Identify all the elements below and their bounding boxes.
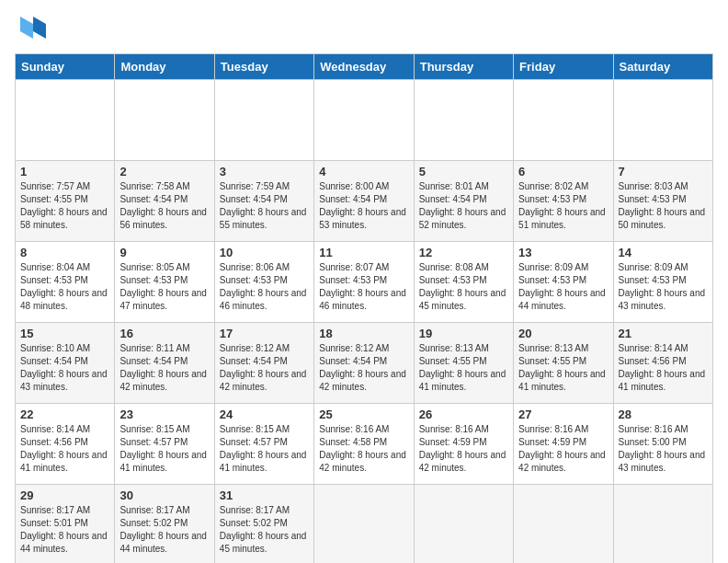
- day-number: 15: [20, 327, 109, 340]
- sunset-label: Sunset: 4:57 PM: [119, 437, 188, 447]
- day-number: 17: [220, 327, 309, 340]
- day-number: 19: [419, 327, 508, 340]
- day-number: 10: [220, 246, 309, 259]
- cell-details: Sunrise: 8:01 AM Sunset: 4:54 PM Dayligh…: [419, 180, 508, 232]
- cell-details: Sunrise: 8:09 AM Sunset: 4:53 PM Dayligh…: [518, 261, 608, 313]
- cell-details: Sunrise: 8:17 AM Sunset: 5:02 PM Dayligh…: [119, 504, 209, 556]
- day-number: 1: [20, 165, 109, 178]
- col-header-wednesday: Wednesday: [314, 54, 414, 80]
- sunrise-label: Sunrise: 7:58 AM: [119, 181, 189, 191]
- cell-details: Sunrise: 8:16 AM Sunset: 4:58 PM Dayligh…: [319, 423, 408, 475]
- calendar-cell: 5 Sunrise: 8:01 AM Sunset: 4:54 PM Dayli…: [414, 161, 513, 242]
- calendar-cell: 3 Sunrise: 7:59 AM Sunset: 4:54 PM Dayli…: [214, 161, 313, 242]
- daylight-label: Daylight: 8 hours and 44 minutes.: [119, 531, 207, 554]
- calendar-cell: 7 Sunrise: 8:03 AM Sunset: 4:53 PM Dayli…: [613, 161, 712, 242]
- day-number: 14: [619, 246, 708, 259]
- daylight-label: Daylight: 8 hours and 53 minutes.: [319, 207, 406, 230]
- cell-details: Sunrise: 8:07 AM Sunset: 4:53 PM Dayligh…: [319, 261, 408, 313]
- sunrise-label: Sunrise: 8:14 AM: [20, 424, 90, 434]
- sunrise-label: Sunrise: 8:15 AM: [119, 424, 189, 434]
- daylight-label: Daylight: 8 hours and 42 minutes.: [419, 450, 506, 473]
- daylight-label: Daylight: 8 hours and 42 minutes.: [319, 369, 406, 392]
- calendar-week-row: 1 Sunrise: 7:57 AM Sunset: 4:55 PM Dayli…: [16, 161, 713, 242]
- cell-details: Sunrise: 8:06 AM Sunset: 4:53 PM Dayligh…: [220, 261, 309, 313]
- sunrise-label: Sunrise: 8:01 AM: [419, 181, 489, 191]
- col-header-tuesday: Tuesday: [214, 54, 313, 80]
- col-header-thursday: Thursday: [414, 54, 513, 80]
- daylight-label: Daylight: 8 hours and 43 minutes.: [619, 288, 706, 311]
- calendar-cell: [16, 80, 115, 161]
- svg-marker-0: [33, 17, 46, 39]
- daylight-label: Daylight: 8 hours and 41 minutes.: [518, 369, 606, 392]
- sunset-label: Sunset: 4:56 PM: [20, 437, 88, 447]
- cell-details: Sunrise: 8:15 AM Sunset: 4:57 PM Dayligh…: [220, 423, 309, 475]
- day-number: 28: [619, 408, 708, 421]
- calendar-cell: 23 Sunrise: 8:15 AM Sunset: 4:57 PM Dayl…: [115, 404, 214, 485]
- sunset-label: Sunset: 4:53 PM: [220, 275, 288, 285]
- calendar-cell: 9 Sunrise: 8:05 AM Sunset: 4:53 PM Dayli…: [115, 242, 214, 323]
- calendar-cell: 25 Sunrise: 8:16 AM Sunset: 4:58 PM Dayl…: [314, 404, 414, 485]
- cell-details: Sunrise: 8:10 AM Sunset: 4:54 PM Dayligh…: [20, 342, 109, 394]
- sunset-label: Sunset: 4:53 PM: [619, 275, 687, 285]
- calendar-cell: 28 Sunrise: 8:16 AM Sunset: 5:00 PM Dayl…: [613, 404, 712, 485]
- sunset-label: Sunset: 4:59 PM: [419, 437, 487, 447]
- daylight-label: Daylight: 8 hours and 41 minutes.: [20, 450, 108, 473]
- sunset-label: Sunset: 4:54 PM: [20, 356, 88, 366]
- sunrise-label: Sunrise: 8:17 AM: [20, 505, 90, 515]
- daylight-label: Daylight: 8 hours and 42 minutes.: [119, 369, 207, 392]
- calendar-cell: [613, 80, 712, 161]
- daylight-label: Daylight: 8 hours and 43 minutes.: [619, 450, 706, 473]
- calendar-cell: 11 Sunrise: 8:07 AM Sunset: 4:53 PM Dayl…: [314, 242, 414, 323]
- sunrise-label: Sunrise: 8:16 AM: [419, 424, 489, 434]
- svg-marker-1: [20, 17, 33, 39]
- sunrise-label: Sunrise: 7:59 AM: [220, 181, 290, 191]
- cell-details: Sunrise: 8:14 AM Sunset: 4:56 PM Dayligh…: [20, 423, 109, 475]
- cell-details: Sunrise: 8:16 AM Sunset: 5:00 PM Dayligh…: [619, 423, 708, 475]
- day-number: 24: [220, 408, 309, 421]
- col-header-monday: Monday: [115, 54, 214, 80]
- calendar-cell: [314, 485, 414, 564]
- sunset-label: Sunset: 4:53 PM: [419, 275, 487, 285]
- sunset-label: Sunset: 4:54 PM: [419, 194, 487, 204]
- sunrise-label: Sunrise: 8:06 AM: [220, 262, 290, 272]
- sunrise-label: Sunrise: 8:00 AM: [319, 181, 389, 191]
- calendar-week-row: [16, 80, 713, 161]
- sunset-label: Sunset: 4:54 PM: [220, 194, 288, 204]
- calendar-cell: 16 Sunrise: 8:11 AM Sunset: 4:54 PM Dayl…: [115, 323, 214, 404]
- calendar-cell: [613, 485, 712, 564]
- sunset-label: Sunset: 5:02 PM: [119, 518, 188, 528]
- daylight-label: Daylight: 8 hours and 56 minutes.: [119, 207, 207, 230]
- day-number: 30: [119, 488, 209, 502]
- sunrise-label: Sunrise: 8:13 AM: [518, 343, 588, 353]
- day-number: 13: [518, 246, 608, 259]
- cell-details: Sunrise: 8:13 AM Sunset: 4:55 PM Dayligh…: [518, 342, 608, 394]
- day-number: 8: [20, 246, 109, 259]
- sunrise-label: Sunrise: 8:08 AM: [419, 262, 489, 272]
- sunrise-label: Sunrise: 8:17 AM: [119, 505, 189, 515]
- calendar-cell: 27 Sunrise: 8:16 AM Sunset: 4:59 PM Dayl…: [514, 404, 613, 485]
- daylight-label: Daylight: 8 hours and 55 minutes.: [220, 207, 307, 230]
- sunrise-label: Sunrise: 8:16 AM: [319, 424, 389, 434]
- calendar-cell: 21 Sunrise: 8:14 AM Sunset: 4:56 PM Dayl…: [613, 323, 712, 404]
- sunset-label: Sunset: 5:01 PM: [20, 518, 88, 528]
- calendar-cell: 14 Sunrise: 8:09 AM Sunset: 4:53 PM Dayl…: [613, 242, 712, 323]
- daylight-label: Daylight: 8 hours and 45 minutes.: [419, 288, 506, 311]
- sunset-label: Sunset: 4:54 PM: [119, 356, 188, 366]
- daylight-label: Daylight: 8 hours and 42 minutes.: [518, 450, 606, 473]
- daylight-label: Daylight: 8 hours and 44 minutes.: [518, 288, 606, 311]
- day-number: 7: [619, 165, 708, 178]
- calendar-cell: [414, 485, 513, 564]
- sunrise-label: Sunrise: 8:12 AM: [220, 343, 290, 353]
- daylight-label: Daylight: 8 hours and 44 minutes.: [20, 531, 108, 554]
- sunrise-label: Sunrise: 8:10 AM: [20, 343, 90, 353]
- daylight-label: Daylight: 8 hours and 47 minutes.: [119, 288, 207, 311]
- calendar-cell: 15 Sunrise: 8:10 AM Sunset: 4:54 PM Dayl…: [16, 323, 115, 404]
- calendar-cell: 10 Sunrise: 8:06 AM Sunset: 4:53 PM Dayl…: [214, 242, 313, 323]
- calendar-week-row: 29 Sunrise: 8:17 AM Sunset: 5:01 PM Dayl…: [16, 485, 713, 564]
- cell-details: Sunrise: 8:09 AM Sunset: 4:53 PM Dayligh…: [619, 261, 708, 313]
- day-number: 26: [419, 408, 508, 421]
- cell-details: Sunrise: 8:12 AM Sunset: 4:54 PM Dayligh…: [220, 342, 309, 394]
- sunrise-label: Sunrise: 8:05 AM: [119, 262, 189, 272]
- sunset-label: Sunset: 4:54 PM: [220, 356, 288, 366]
- day-number: 4: [319, 165, 408, 178]
